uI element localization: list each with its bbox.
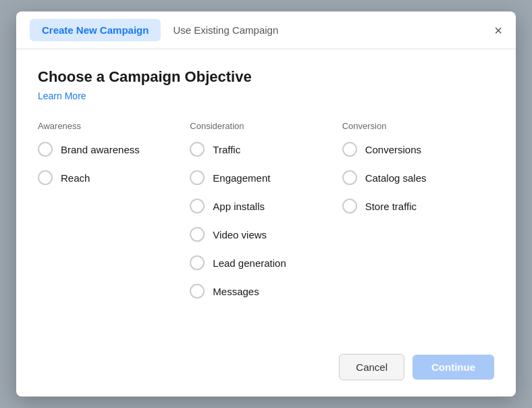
objective-brand-awareness[interactable]: Brand awareness: [38, 142, 190, 157]
tab-bar: Create New Campaign Use Existing Campaig…: [16, 11, 516, 49]
section-heading: Choose a Campaign Objective: [38, 68, 494, 86]
radio-brand-awareness[interactable]: [38, 142, 53, 157]
awareness-column: Awareness Brand awareness Reach: [38, 121, 190, 312]
modal-footer: Cancel Continue: [16, 343, 516, 397]
objective-lead-generation[interactable]: Lead generation: [190, 255, 342, 270]
radio-video-views[interactable]: [190, 227, 205, 242]
consideration-column: Consideration Traffic Engagement App ins…: [190, 121, 342, 312]
label-traffic: Traffic: [213, 144, 240, 155]
objective-conversions[interactable]: Conversions: [342, 142, 494, 157]
radio-engagement[interactable]: [190, 170, 205, 185]
label-store-traffic: Store traffic: [365, 201, 417, 212]
continue-button[interactable]: Continue: [413, 355, 494, 380]
close-button[interactable]: ×: [494, 24, 502, 37]
objective-engagement[interactable]: Engagement: [190, 170, 342, 185]
learn-more-link[interactable]: Learn More: [38, 91, 86, 101]
radio-messages[interactable]: [190, 284, 205, 299]
objective-traffic[interactable]: Traffic: [190, 142, 342, 157]
objective-catalog-sales[interactable]: Catalog sales: [342, 170, 494, 185]
radio-traffic[interactable]: [190, 142, 205, 157]
label-app-installs: App installs: [213, 201, 265, 212]
objective-app-installs[interactable]: App installs: [190, 199, 342, 213]
objective-store-traffic[interactable]: Store traffic: [342, 199, 494, 213]
radio-reach[interactable]: [38, 170, 53, 185]
consideration-header: Consideration: [190, 121, 342, 131]
radio-conversions[interactable]: [342, 142, 357, 157]
label-video-views: Video views: [213, 229, 267, 240]
radio-catalog-sales[interactable]: [342, 170, 357, 185]
label-conversions: Conversions: [365, 144, 421, 155]
modal-dialog: Create New Campaign Use Existing Campaig…: [16, 11, 516, 397]
objective-messages[interactable]: Messages: [190, 284, 342, 299]
objective-reach[interactable]: Reach: [38, 170, 190, 185]
tab-use-existing-campaign[interactable]: Use Existing Campaign: [161, 19, 290, 41]
modal-content: Choose a Campaign Objective Learn More A…: [16, 49, 516, 343]
conversion-header: Conversion: [342, 121, 494, 131]
cancel-button[interactable]: Cancel: [339, 354, 404, 380]
objectives-grid: Awareness Brand awareness Reach Consider…: [38, 121, 494, 312]
radio-store-traffic[interactable]: [342, 199, 357, 213]
label-catalog-sales: Catalog sales: [365, 172, 427, 184]
label-messages: Messages: [213, 286, 259, 297]
radio-lead-generation[interactable]: [190, 255, 205, 270]
conversion-column: Conversion Conversions Catalog sales Sto…: [342, 121, 494, 312]
label-brand-awareness: Brand awareness: [61, 144, 140, 155]
label-reach: Reach: [61, 172, 90, 184]
tab-create-new-campaign[interactable]: Create New Campaign: [30, 19, 161, 41]
label-engagement: Engagement: [213, 172, 270, 184]
radio-app-installs[interactable]: [190, 199, 205, 213]
awareness-header: Awareness: [38, 121, 190, 131]
label-lead-generation: Lead generation: [213, 257, 286, 269]
objective-video-views[interactable]: Video views: [190, 227, 342, 242]
